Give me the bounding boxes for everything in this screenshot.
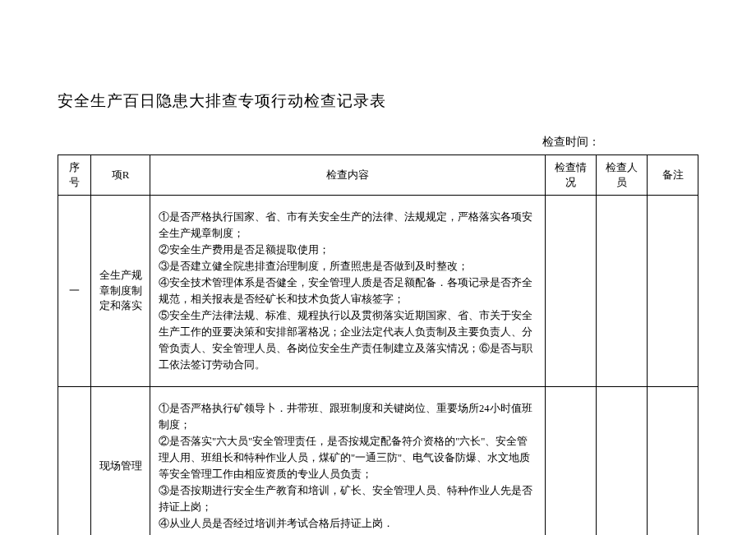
cell-seq xyxy=(58,387,91,536)
cell-note xyxy=(648,196,698,387)
cell-content: ①是否严格执行国家、省、市有关安全生产的法律、法规规定，严格落实各项安全生产规章… xyxy=(150,196,546,387)
table-header-row: 序号 项R 检查内容 检查情况 检查人员 备注 xyxy=(58,155,698,196)
header-seq: 序号 xyxy=(58,155,91,196)
header-inspector: 检查人员 xyxy=(597,155,648,196)
table-row: 一 全生产规章制度制定和落实 ①是否严格执行国家、省、市有关安全生产的法律、法规… xyxy=(58,196,698,387)
cell-status xyxy=(546,387,597,536)
table-row: 现场管理 ①是否严格执行矿领导卜．井带班、跟班制度和关键岗位、重要场所24小时值… xyxy=(58,387,698,536)
cell-content: ①是否严格执行矿领导卜．井带班、跟班制度和关键岗位、重要场所24小时值班制度；②… xyxy=(150,387,546,536)
header-note: 备注 xyxy=(648,155,698,196)
header-status: 检查情况 xyxy=(546,155,597,196)
cell-inspector xyxy=(597,387,648,536)
cell-seq: 一 xyxy=(58,196,91,387)
page-title: 安全生产百日隐患大排查专项行动检查记录表 xyxy=(58,90,698,112)
header-item: 项R xyxy=(91,155,150,196)
cell-inspector xyxy=(597,196,648,387)
cell-note xyxy=(648,387,698,536)
cell-item: 现场管理 xyxy=(91,387,150,536)
inspection-time-label: 检查时间： xyxy=(58,135,698,150)
inspection-table: 序号 项R 检查内容 检查情况 检查人员 备注 一 全生产规章制度制定和落实 ①… xyxy=(58,155,698,535)
cell-status xyxy=(546,196,597,387)
cell-item: 全生产规章制度制定和落实 xyxy=(91,196,150,387)
header-content: 检查内容 xyxy=(150,155,546,196)
